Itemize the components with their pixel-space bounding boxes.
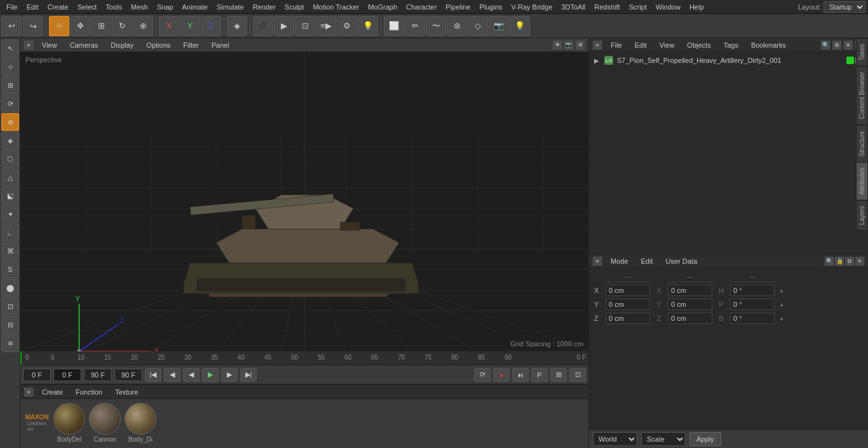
attr-lock-icon[interactable]: 🔒 — [835, 257, 844, 266]
obj-menu-file[interactable]: File — [607, 40, 626, 50]
transform-mode-button[interactable]: ⊕ — [133, 16, 153, 36]
menu-snap[interactable]: Snap — [153, 2, 177, 12]
material-item-2[interactable]: Body_Di — [125, 403, 156, 443]
left-tool-4[interactable]: ⟳ — [1, 95, 19, 112]
obj-menu-tags[interactable]: Tags — [720, 40, 742, 50]
left-tool-2[interactable]: ⊹ — [1, 58, 19, 76]
motion-mode-button[interactable]: P — [531, 368, 548, 382]
left-tool-3[interactable]: ⊞ — [1, 76, 19, 94]
light-button[interactable]: 💡 — [510, 16, 530, 36]
frame-start-input[interactable] — [23, 369, 51, 381]
left-tool-9[interactable]: ⬕ — [1, 187, 19, 205]
left-tool-13[interactable]: S — [1, 261, 19, 278]
cube-button[interactable]: ⬜ — [384, 16, 404, 36]
attr-menu-edit[interactable]: Edit — [637, 256, 657, 266]
menu-redshift[interactable]: Redshift — [590, 2, 623, 12]
render-queue-button[interactable]: ≡▶ — [316, 16, 336, 36]
menu-mograph[interactable]: MoGraph — [364, 2, 401, 12]
left-tool-17[interactable]: ≋ — [1, 334, 19, 352]
material-item-1[interactable]: Cannon — [89, 403, 121, 443]
redo-button[interactable]: ↩ — [23, 16, 43, 36]
select-mode-button[interactable]: ⊹ — [49, 16, 69, 36]
x-axis-button[interactable]: X — [159, 16, 179, 36]
vp-menu-cameras[interactable]: Cameras — [66, 40, 102, 50]
tab-layers[interactable]: Layers — [856, 200, 868, 231]
left-tool-16[interactable]: ⊟ — [1, 316, 19, 334]
menu-create[interactable]: Create — [44, 2, 72, 12]
tab-takes[interactable]: Takes — [856, 38, 868, 66]
nurbs-button[interactable]: ⊛ — [447, 16, 467, 36]
coord-x-size[interactable] — [668, 285, 712, 296]
menu-motion-tracker[interactable]: Motion Tracker — [309, 2, 363, 12]
mat-menu-texture[interactable]: Texture — [111, 387, 142, 397]
menu-3dtoall[interactable]: 3DToAll — [557, 2, 589, 12]
move-mode-button[interactable]: ✥ — [70, 16, 90, 36]
coord-y-rot[interactable] — [730, 299, 775, 310]
timeline-ruler[interactable]: 0 5 10 15 20 25 30 35 40 45 50 55 60 65 … — [20, 351, 588, 365]
viewport-menu-icon[interactable]: ≡ — [24, 41, 33, 50]
loop-button[interactable]: ⟳ — [474, 368, 491, 382]
search-icon[interactable]: 🔍 — [821, 41, 830, 50]
timeline-extra-1[interactable]: ⊞ — [550, 368, 567, 382]
obj-close-icon[interactable]: ✕ — [844, 41, 853, 50]
menu-help[interactable]: Help — [686, 2, 708, 12]
deformer-button[interactable]: ◇ — [468, 16, 488, 36]
menu-file[interactable]: File — [3, 2, 22, 12]
frame-end-input2[interactable] — [114, 369, 142, 381]
left-tool-8[interactable]: △ — [1, 168, 19, 186]
menu-plugins[interactable]: Plugins — [475, 2, 506, 12]
tab-structure[interactable]: Structure — [856, 125, 868, 163]
last-frame-button[interactable]: ▶| — [240, 368, 257, 382]
coord-z-size[interactable] — [668, 313, 712, 324]
menu-simulate[interactable]: Simulate — [213, 2, 248, 12]
render-region-button[interactable]: ⬛ — [253, 16, 273, 36]
menu-character[interactable]: Character — [402, 2, 440, 12]
coord-x-rot[interactable] — [730, 285, 775, 296]
render-settings-button[interactable]: ⚙ — [337, 16, 357, 36]
mat-menu-function[interactable]: Function — [72, 387, 106, 397]
render-to-po-button[interactable]: ⊡ — [295, 16, 315, 36]
menu-animate[interactable]: Animate — [179, 2, 212, 12]
apply-button[interactable]: Apply — [689, 432, 721, 446]
vp-menu-view[interactable]: View — [38, 40, 61, 50]
frame-start-input2[interactable] — [53, 369, 81, 381]
coord-x-pos[interactable] — [606, 285, 650, 296]
record-button[interactable]: ● — [493, 368, 510, 382]
coord-z-pos[interactable] — [606, 313, 650, 324]
world-dropdown[interactable]: World — [593, 432, 637, 446]
tab-content-browser[interactable]: Content Browser — [856, 66, 868, 125]
coord-z-rot[interactable] — [730, 313, 775, 324]
prev-frame-button[interactable]: ◀ — [164, 368, 180, 382]
menu-render[interactable]: Render — [249, 2, 280, 12]
tab-attributes[interactable]: Attributes — [856, 162, 868, 200]
vp-icon-move[interactable]: ✥ — [553, 41, 562, 50]
attr-menu-userdata[interactable]: User Data — [662, 256, 702, 266]
attr-menu-icon[interactable]: ≡ — [593, 257, 602, 266]
rotate-mode-button[interactable]: ↻ — [112, 16, 132, 36]
left-tool-10[interactable]: ✦ — [1, 205, 19, 223]
vp-icon-maximize[interactable]: ⊞ — [576, 41, 585, 50]
vp-menu-filter[interactable]: Filter — [179, 40, 202, 50]
obj-settings-icon[interactable]: ⚙ — [832, 41, 841, 50]
vp-icon-camera[interactable]: 📷 — [564, 41, 573, 50]
menu-mesh[interactable]: Mesh — [127, 2, 152, 12]
left-tool-14[interactable]: ⬤ — [1, 279, 19, 297]
vp-menu-options[interactable]: Options — [142, 40, 174, 50]
obj-menu-view[interactable]: View — [656, 40, 679, 50]
reverse-play-button[interactable]: ◀ — [183, 368, 200, 382]
vp-menu-display[interactable]: Display — [107, 40, 137, 50]
undo-button[interactable]: ↩ — [1, 16, 22, 36]
object-item-main[interactable]: ▶ L0 S7_Pion_Self_Propelled_Heavy_Artill… — [592, 55, 865, 66]
menu-window[interactable]: Window — [652, 2, 684, 12]
object-visible-icon[interactable] — [846, 57, 854, 64]
left-tool-5[interactable]: ⊕ — [1, 113, 19, 131]
render-interactive-button[interactable]: 💡 — [358, 16, 378, 36]
left-tool-11[interactable]: ∟ — [1, 224, 19, 241]
left-tool-1[interactable]: ↖ — [1, 39, 19, 57]
layout-dropdown[interactable]: Startup — [824, 1, 865, 13]
menu-edit[interactable]: Edit — [23, 2, 43, 12]
menu-select[interactable]: Select — [74, 2, 101, 12]
object-mode-button[interactable]: ◈ — [227, 16, 247, 36]
attr-search-icon[interactable]: 🔍 — [825, 257, 834, 266]
render-active-button[interactable]: ▶ — [274, 16, 294, 36]
